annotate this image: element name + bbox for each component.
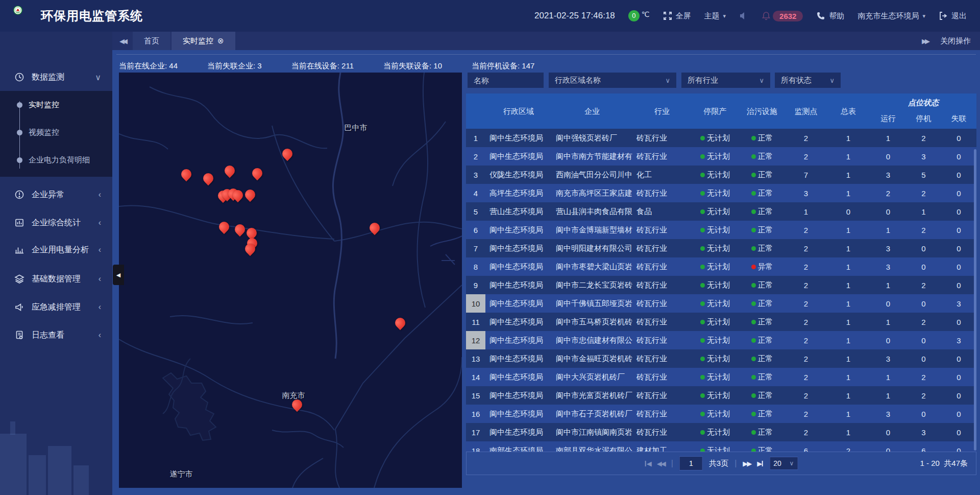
cell-run-count: 0 [870, 202, 906, 221]
org-dropdown[interactable]: 南充市生态环境局 ▾ [857, 11, 925, 21]
region-filter-select[interactable]: 行政区域名称 ∨ [549, 73, 676, 88]
cell-meters: 1 [826, 313, 870, 331]
chevron-left-icon: ‹ [99, 245, 101, 254]
cell-region: 阆中生态环境局 [485, 294, 552, 313]
status-dot [751, 412, 756, 416]
cell-stop-count: 1 [906, 202, 941, 221]
sidebar-group-2[interactable]: 企业综合统计‹ [0, 211, 112, 234]
megaphone-icon [14, 302, 24, 312]
map-collapse-toggle[interactable]: ◀ [113, 265, 124, 285]
page-size-select[interactable]: 20 ∨ [769, 457, 798, 470]
cell-facility-status: 正常 [739, 184, 786, 202]
cell-region: 高坪生态环境局 [485, 184, 552, 202]
sidebar-item-0[interactable]: 实时监控 [0, 97, 112, 112]
cell-region: 阆中生态环境局 [485, 129, 552, 147]
status-text: 正常 [758, 428, 773, 437]
notification-badge[interactable]: 2632 [762, 11, 803, 21]
last-page-button[interactable]: ▶ [757, 460, 763, 467]
help-button[interactable]: 帮助 [816, 11, 844, 21]
sidebar-group-3[interactable]: 企业用电量分析‹ [0, 238, 112, 262]
table-row[interactable]: 18南部生态环境局南部县双华水泥有限公建材加工无计划正常62060 [466, 441, 976, 452]
cell-monitor-points: 7 [786, 166, 826, 184]
status-text: 正常 [758, 152, 773, 161]
mute-icon[interactable] [739, 11, 748, 20]
table-row[interactable]: 2阆中生态环境局阆中市南方节能建材有砖瓦行业无计划正常21030 [466, 147, 976, 166]
status-filter-select[interactable]: 所有状态 ∨ [775, 73, 841, 88]
cell-industry: 砖瓦行业 [632, 386, 692, 405]
name-filter-input[interactable] [468, 73, 544, 88]
sidebar-group-1[interactable]: 企业异常‹ [0, 183, 112, 206]
tab-home[interactable]: 首页 [133, 32, 170, 50]
header-col-4: 停限产 [692, 93, 739, 129]
cell-stop-count: 0 [906, 239, 941, 257]
tab-close-icon[interactable]: ⊗ [217, 36, 224, 45]
table-row[interactable]: 7阆中生态环境局阆中明阳建材有限公司砖瓦行业无计划正常21300 [466, 239, 976, 257]
table-row[interactable]: 5营山生态环境局营山县润丰肉食品有限食品无计划正常10010 [466, 202, 976, 221]
cell-facility-status: 正常 [739, 386, 786, 405]
status-dot [700, 301, 705, 306]
sidebar-group-5[interactable]: 应急减排管理‹ [0, 295, 112, 319]
prev-page-button[interactable]: ◀◀ [657, 460, 665, 467]
cell-industry: 砖瓦行业 [632, 331, 692, 349]
cell-index: 16 [466, 405, 485, 423]
table-row[interactable]: 9阆中生态环境局阆中市二龙长宝页岩砖砖瓦行业无计划正常21120 [466, 276, 976, 294]
table-row[interactable]: 4高坪生态环境局南充市高坪区王家店建砖瓦行业无计划正常31220 [466, 184, 976, 202]
fullscreen-button[interactable]: 全屏 [663, 11, 691, 21]
table-row[interactable]: 14阆中生态环境局阆中大兴页岩机砖厂砖瓦行业无计划正常21120 [466, 368, 976, 386]
sidebar-group-4[interactable]: 基础数据管理‹ [0, 267, 112, 291]
status-text: 正常 [758, 280, 773, 290]
sidebar-group-0[interactable]: 数据监测∨ [0, 65, 112, 89]
table-row[interactable]: 3仪陇生态环境局西南油气田分公司川中化工无计划正常71350 [466, 166, 976, 184]
table-row[interactable]: 13阆中生态环境局阆中市金福旺页岩机砖砖瓦行业无计划正常21300 [466, 349, 976, 368]
logout-icon [939, 11, 948, 20]
table-scrollbar[interactable] [974, 149, 976, 451]
table-row[interactable]: 6阆中生态环境局阆中市金博瑞新型墙材砖瓦行业无计划正常21120 [466, 221, 976, 239]
cell-stop-count: 0 [906, 405, 941, 423]
temperature-badge: 0 [628, 10, 640, 21]
cell-region: 阆中生态环境局 [485, 221, 552, 239]
tab-realtime-monitor[interactable]: 实时监控 ⊗ [172, 32, 235, 50]
cell-meters: 1 [826, 405, 870, 423]
industry-filter-select[interactable]: 所有行业 ∨ [681, 73, 770, 88]
logout-button[interactable]: 退出 [939, 11, 967, 21]
cell-industry: 砖瓦行业 [632, 184, 692, 202]
table-row[interactable]: 10阆中生态环境局阆中千佛镇五郎垭页岩砖瓦行业无计划正常21003 [466, 294, 976, 313]
status-dot [700, 375, 705, 380]
cell-run-count: 1 [870, 129, 906, 147]
cell-company: 南部县双华水泥有限公 [552, 441, 632, 452]
table-row[interactable]: 12阆中生态环境局阆中市忠信建材有限公砖瓦行业无计划正常21003 [466, 331, 976, 349]
stat-item: 当前失联设备: 10 [383, 61, 442, 71]
sidebar-group-label: 日志查看 [32, 330, 64, 341]
table-row[interactable]: 16阆中生态环境局阆中市石子页岩机砖厂砖瓦行业无计划正常21300 [466, 405, 976, 423]
cell-index: 15 [466, 386, 485, 405]
table-row[interactable]: 8阆中生态环境局阆中市枣碧大梁山页岩砖瓦行业无计划异常21300 [466, 257, 976, 276]
pagination-controls: ◀ ◀◀ | 1 共3页 | ▶▶ ▶ 20 ∨ [645, 456, 798, 470]
cell-industry: 砖瓦行业 [632, 313, 692, 331]
status-text: 正常 [758, 244, 773, 253]
map-panel[interactable]: 巴中市南充市遂宁市 [119, 73, 462, 488]
table-row[interactable]: 17阆中生态环境局阆中市江南镇阆南页岩砖瓦行业无计划正常21030 [466, 423, 976, 441]
cell-industry: 砖瓦行业 [632, 239, 692, 257]
cell-lost-count: 0 [941, 202, 976, 221]
page-number-input[interactable]: 1 [679, 456, 703, 470]
table-row[interactable]: 1阆中生态环境局阆中强锐页岩砖厂砖瓦行业无计划正常21120 [466, 129, 976, 147]
table-row[interactable]: 15阆中生态环境局阆中市光富页岩机砖厂砖瓦行业无计划正常21120 [466, 386, 976, 405]
tabs-scroll-left-icon[interactable]: ◀◀ [112, 37, 133, 45]
sidebar-item-1[interactable]: 视频监控 [0, 125, 112, 140]
tabs-scroll-right-icon[interactable]: ▶▶ [922, 37, 928, 45]
theme-dropdown[interactable]: 主题 ▾ [704, 11, 726, 21]
sidebar-group-6[interactable]: 日志查看‹ [0, 323, 112, 347]
bullet-icon [17, 102, 22, 108]
status-text: 无计划 [707, 428, 730, 437]
cell-meters: 1 [826, 129, 870, 147]
first-page-button[interactable]: ◀ [645, 460, 651, 467]
sidebar-item-2[interactable]: 企业电力负荷明细 [0, 152, 112, 168]
close-operations-button[interactable]: 关闭操作 [940, 36, 971, 46]
temperature-unit: ℃ [642, 10, 650, 18]
log-file-icon [14, 330, 24, 340]
table-row[interactable]: 11阆中生态环境局阆中市五马桥页岩机砖砖瓦行业无计划正常21120 [466, 313, 976, 331]
cell-facility-status: 正常 [739, 294, 786, 313]
status-text: 无计划 [707, 446, 730, 452]
cell-industry: 砖瓦行业 [632, 257, 692, 276]
next-page-button[interactable]: ▶▶ [743, 460, 751, 467]
